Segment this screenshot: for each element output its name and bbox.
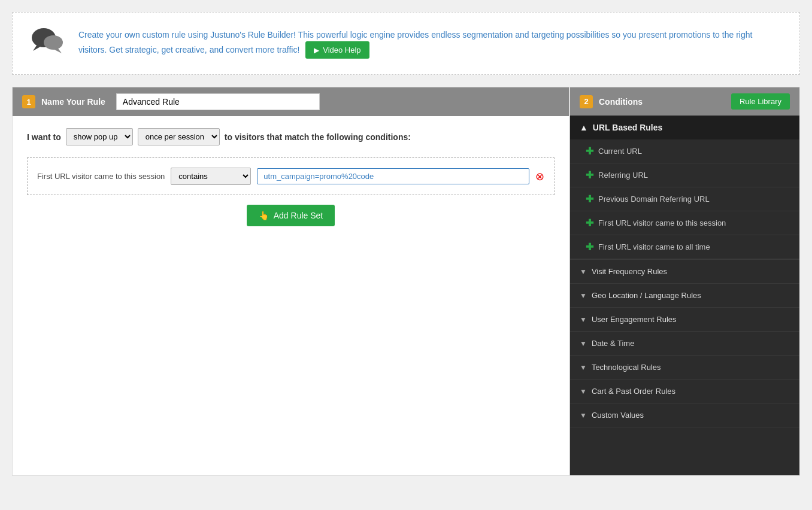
remove-rule-button[interactable]: ⊗ [535,171,544,182]
step1-badge: 1 [22,95,35,108]
left-panel: 1 Name Your Rule I want to show pop up h… [12,87,569,476]
action-select[interactable]: show pop up hide pop up [66,128,133,145]
sidebar-item-geo-location[interactable]: ▼ Geo Location / Language Rules [570,284,799,308]
plus-icon: ✚ [586,241,593,253]
add-rule-set-button[interactable]: 👆 Add Rule Set [247,205,335,226]
condition-label: First URL visitor came to this session [37,172,165,181]
play-icon: ▶ [314,46,319,54]
chevron-down-icon: ▼ [580,268,587,276]
sidebar-item-visit-frequency[interactable]: ▼ Visit Frequency Rules [570,260,799,284]
url-based-rules-header[interactable]: ▲ URL Based Rules [570,116,799,139]
sidebar-item-cart-past-order[interactable]: ▼ Cart & Past Order Rules [570,380,799,403]
right-panel: 2 Conditions Rule Library ▲ URL Based Ru… [569,87,800,476]
step1-label: Name Your Rule [41,97,105,107]
sidebar-item-current-url[interactable]: ✚ Current URL [570,139,799,163]
rule-library-button[interactable]: Rule Library [731,93,790,110]
banner-text: Create your own custom rule using Justun… [78,28,781,59]
url-based-rules-category: ▲ URL Based Rules ✚ Current URL ✚ Referr… [570,116,799,260]
chevron-down-icon: ▼ [580,411,587,420]
sidebar-item-custom-values[interactable]: ▼ Custom Values [570,403,799,427]
rule-name-input[interactable] [116,93,320,110]
url-based-rules-items: ✚ Current URL ✚ Referring URL ✚ Previous… [570,139,799,259]
sidebar-item-previous-domain[interactable]: ✚ Previous Domain Referring URL [570,187,799,211]
chat-icon [31,25,66,62]
step2-badge: 2 [580,95,593,108]
rule-set-box: First URL visitor came to this session c… [27,157,555,195]
operator-select[interactable]: contains equals starts with ends with do… [171,168,251,185]
chevron-down-icon: ▼ [580,339,587,348]
want-row-prefix: I want to [27,132,61,142]
sidebar-item-technological[interactable]: ▼ Technological Rules [570,356,799,380]
svg-marker-3 [52,48,62,53]
step2-header: 2 Conditions Rule Library [570,87,799,116]
plus-icon: ✚ [586,193,593,205]
rule-set-area: First URL visitor came to this session c… [13,157,569,238]
main-layout: 1 Name Your Rule I want to show pop up h… [12,87,800,476]
banner: Create your own custom rule using Justun… [12,12,800,75]
sidebar-item-referring-url[interactable]: ✚ Referring URL [570,163,799,187]
step2-label: Conditions [599,97,643,107]
chevron-down-icon: ▼ [580,315,587,324]
plus-icon: ✚ [586,145,593,157]
svg-marker-1 [33,45,43,51]
want-row: I want to show pop up hide pop up once p… [13,116,569,157]
plus-icon: ✚ [586,169,593,181]
svg-point-2 [44,35,63,50]
sidebar-item-date-time[interactable]: ▼ Date & Time [570,332,799,356]
plus-icon: ✚ [586,217,593,229]
chevron-down-icon: ▼ [580,363,587,372]
sidebar-item-first-url-session[interactable]: ✚ First URL visitor came to this session [570,211,799,235]
chevron-down-icon: ▼ [580,387,587,396]
want-row-suffix: to visitors that match the following con… [225,132,411,142]
video-help-button[interactable]: ▶ Video Help [305,41,369,59]
chevron-up-icon: ▲ [580,123,588,132]
sidebar-item-first-url-alltime[interactable]: ✚ First URL visitor came to all time [570,235,799,259]
step1-header: 1 Name Your Rule [13,87,569,116]
hand-icon: 👆 [259,211,269,220]
sidebar-item-user-engagement[interactable]: ▼ User Engagement Rules [570,308,799,332]
rule-value-input[interactable] [257,168,529,184]
frequency-select[interactable]: once per session every page once per vis… [138,128,220,145]
chevron-down-icon: ▼ [580,292,587,300]
